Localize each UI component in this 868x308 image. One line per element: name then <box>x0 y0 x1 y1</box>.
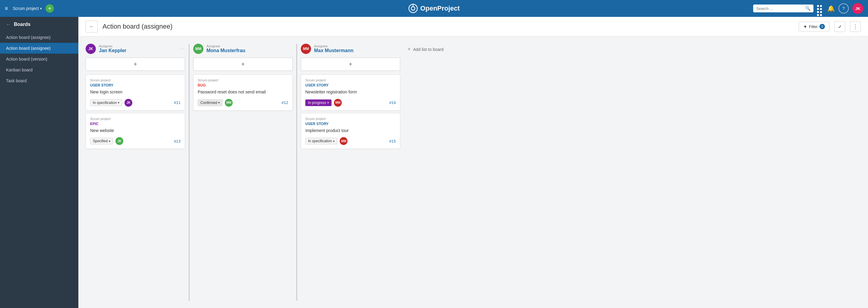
card-title: New login screen <box>90 89 181 95</box>
sidebar-item-task[interactable]: Task board <box>0 75 79 86</box>
add-card-button-mona[interactable]: + <box>193 58 293 71</box>
card-id: #11 <box>174 100 181 105</box>
more-icon: ⋮ <box>852 23 858 30</box>
main-layout: ← Boards Action board (assignee) Action … <box>0 17 868 308</box>
card-status-dropdown[interactable]: Specified ▾ <box>90 138 113 144</box>
sidebar-item-kanban[interactable]: Kanban board <box>0 64 79 75</box>
add-card-plus-icon: + <box>241 61 245 68</box>
column-max: MM Assignee Max Mustermann + Scrum proje… <box>301 44 400 149</box>
hamburger-menu-icon[interactable]: ≡ <box>5 5 8 12</box>
more-options-button[interactable]: ⋮ <box>850 21 861 32</box>
add-list-label: Add list to board <box>413 47 444 52</box>
add-button[interactable]: + <box>45 4 54 13</box>
card-project: Scrum project <box>305 79 396 82</box>
content-area: ← Action board (assignee) ▼ Filter 0 ⤢ ⋮… <box>79 17 868 308</box>
card-15[interactable]: Scrum project USER STORY Implement produ… <box>301 113 400 149</box>
user-avatar[interactable]: JK <box>852 3 863 14</box>
card-status-dropdown[interactable]: Confirmed ▾ <box>198 99 222 106</box>
column-header-jan: JK Assignee Jan Keppler ··· <box>86 44 185 54</box>
column-jan: JK Assignee Jan Keppler ··· + Scrum proj… <box>86 44 185 149</box>
help-icon[interactable]: ? <box>838 3 849 13</box>
project-name[interactable]: Scrum project ▾ <box>13 6 42 11</box>
filter-label: Filter <box>809 24 818 29</box>
status-arrow-icon: ▾ <box>218 101 220 104</box>
add-card-plus-icon: + <box>133 61 137 68</box>
card-project: Scrum project <box>198 79 288 82</box>
board-back-button[interactable]: ← <box>86 21 98 33</box>
sidebar-item-action-board-1[interactable]: Action board (assignee) <box>0 32 79 43</box>
sidebar-item-action-board-2[interactable]: Action board (assignee) <box>0 43 79 54</box>
card-type: USER STORY <box>305 122 396 126</box>
sidebar-back[interactable]: ← Boards <box>0 17 79 32</box>
expand-icon: ⤢ <box>838 24 841 29</box>
card-id: #13 <box>174 139 181 144</box>
status-arrow-icon: ▾ <box>327 101 329 104</box>
card-avatar: JK <box>116 137 123 145</box>
filter-button[interactable]: ▼ Filter 0 <box>799 22 830 31</box>
nav-right-actions: 🔍 🔔 ? JK <box>753 3 863 14</box>
card-footer: In specification ▾ MM #15 <box>305 137 396 145</box>
column-divider-2 <box>296 44 297 301</box>
search-icon: 🔍 <box>805 6 810 11</box>
filter-icon: ▼ <box>803 24 807 29</box>
card-13[interactable]: Scrum project EPIC New website Specified… <box>86 113 185 149</box>
card-type: BUG <box>198 83 288 87</box>
card-project: Scrum project <box>90 79 181 82</box>
card-avatar: MM <box>225 99 233 107</box>
card-title: New website <box>90 128 181 134</box>
card-14[interactable]: Scrum project USER STORY Newsletter regi… <box>301 74 400 111</box>
card-avatar: JK <box>124 99 132 107</box>
card-title: Newsletter registration form <box>305 89 396 95</box>
card-avatar: MM <box>334 99 342 107</box>
filter-count-badge: 0 <box>819 24 825 29</box>
logo-icon <box>408 4 418 13</box>
card-title: Password reset does not send email <box>198 89 288 95</box>
add-list-plus-icon: + <box>407 46 411 53</box>
expand-button[interactable]: ⤢ <box>834 21 845 32</box>
sidebar-title: Boards <box>14 22 30 27</box>
search-input[interactable] <box>756 6 803 11</box>
column-header-max: MM Assignee Max Mustermann <box>301 44 400 54</box>
column-header-mona: MM Assignee Mona Musterfrau <box>193 44 293 54</box>
card-project: Scrum project <box>305 117 396 121</box>
column-assignee-label-mona: Assignee <box>207 44 293 48</box>
card-id: #12 <box>281 100 288 105</box>
status-arrow-icon: ▾ <box>333 140 335 143</box>
grid-icon[interactable] <box>817 5 824 12</box>
card-footer: In progress ▾ MM #14 <box>305 99 396 107</box>
board-header: ← Action board (assignee) ▼ Filter 0 ⤢ ⋮ <box>79 17 868 36</box>
add-card-button-max[interactable]: + <box>301 58 400 71</box>
column-assignee-name-jan: Jan Keppler <box>99 48 176 53</box>
card-footer: In specification ▾ JK #11 <box>90 99 181 107</box>
back-arrow-icon: ← <box>6 22 11 27</box>
card-footer: Confirmed ▾ MM #12 <box>198 99 288 107</box>
column-menu-icon-jan[interactable]: ··· <box>179 46 185 52</box>
column-assignee-label-max: Assignee <box>314 44 400 48</box>
card-avatar: MM <box>340 137 347 145</box>
card-11[interactable]: Scrum project USER STORY New login scree… <box>86 74 185 111</box>
card-project: Scrum project <box>90 117 181 121</box>
sidebar-item-action-board-version[interactable]: Action board (version) <box>0 54 79 64</box>
card-title: Implement product tour <box>305 128 396 134</box>
board-area: JK Assignee Jan Keppler ··· + Scrum proj… <box>79 36 868 308</box>
column-avatar-max: MM <box>301 44 311 54</box>
add-card-button-jan[interactable]: + <box>86 58 185 71</box>
column-assignee-name-mona: Mona Musterfrau <box>207 48 293 53</box>
card-12[interactable]: Scrum project BUG Password reset does no… <box>193 74 293 111</box>
column-divider-1 <box>189 44 190 301</box>
card-status-dropdown[interactable]: In progress ▾ <box>305 99 332 106</box>
card-type: USER STORY <box>90 83 181 87</box>
sidebar: ← Boards Action board (assignee) Action … <box>0 17 79 308</box>
search-bar[interactable]: 🔍 <box>753 4 813 12</box>
column-assignee-label-jan: Assignee <box>99 44 176 48</box>
card-status-dropdown[interactable]: In specification ▾ <box>90 99 122 106</box>
add-list-button[interactable]: + Add list to board <box>407 44 444 55</box>
card-status-dropdown[interactable]: In specification ▾ <box>305 138 337 144</box>
app-logo: OpenProject <box>408 4 460 13</box>
notifications-icon[interactable]: 🔔 <box>827 5 835 12</box>
status-arrow-icon: ▾ <box>109 140 110 143</box>
add-card-plus-icon: + <box>349 61 352 68</box>
column-mona: MM Assignee Mona Musterfrau + Scrum proj… <box>193 44 293 111</box>
card-id: #15 <box>389 139 396 144</box>
card-type: EPIC <box>90 122 181 126</box>
